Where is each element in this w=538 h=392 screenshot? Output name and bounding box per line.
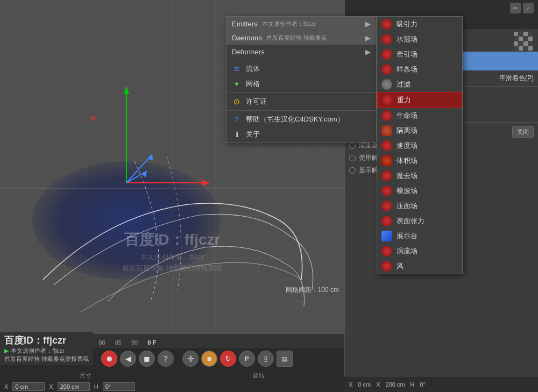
sub-menu-life[interactable]: 生命场	[377, 108, 462, 123]
sub-menu-daemons[interactable]: 吸引力 水冠场 牵引场 样条场 过滤 重力 生命场	[377, 16, 463, 274]
add-keyframe-btn[interactable]: ✛	[182, 351, 199, 367]
x-pos-input[interactable]	[12, 382, 45, 391]
rp-edit-btn[interactable]: ✏	[510, 3, 521, 13]
parking-btn[interactable]: P	[239, 351, 255, 367]
sub-menu-spline[interactable]: 样条场	[377, 62, 462, 77]
about-label: 关于	[246, 130, 260, 139]
current-frame: 0 F	[147, 339, 156, 346]
coord-bar: X 0 cm X 200 cm H 0°	[344, 376, 538, 392]
timeline: 50 55 60 65 70 75 80 85 90 0 F 百度ID：ffjc…	[0, 333, 344, 392]
coord-inputs-row: X X H	[0, 381, 344, 392]
noise-label: 噪波场	[397, 186, 417, 196]
menu-item-deformers[interactable]: Deformers ▶	[226, 45, 376, 59]
coord-x-value: 0 cm	[358, 381, 371, 388]
menu-separator-2	[226, 92, 376, 93]
wind-icon	[381, 261, 392, 272]
timeline-buttons: 百度ID：ffjczr ▶ 本文原创作者：ffjczr 首发百度经验 转载要点赞…	[0, 347, 344, 370]
sub-menu-volume[interactable]: 体积场	[377, 153, 462, 168]
emitters-arrow: ▶	[365, 20, 371, 28]
fluid-label: 流体	[246, 64, 260, 74]
sub-menu-wind[interactable]: 风	[377, 259, 462, 274]
attract-label: 吸引力	[397, 19, 417, 29]
drag-icon	[381, 49, 392, 60]
sub-menu-attract[interactable]: 吸引力	[377, 17, 462, 32]
menu-item-help[interactable]: ? 帮助（书生汉化C4DSKY.com）	[226, 112, 376, 127]
h-rot-input[interactable]	[103, 382, 135, 391]
tick-60: 60	[34, 339, 40, 346]
x-label-2: X	[49, 383, 53, 390]
rp-check-btn[interactable]: ✓	[523, 3, 534, 13]
menu-item-fluid[interactable]: ≋ 流体	[226, 61, 376, 76]
daemons-arrow: ▶	[365, 34, 371, 42]
x-size-input[interactable]	[58, 382, 90, 391]
renderer-visible-radio[interactable]	[349, 142, 356, 149]
menu-item-mesh[interactable]: ✦ 网格	[226, 76, 376, 91]
sub-menu-gravity[interactable]: 重力	[377, 92, 462, 108]
sub-menu-noise[interactable]: 噪波场	[377, 183, 462, 198]
checkerboard	[514, 32, 533, 51]
menu-separator-3	[226, 110, 376, 111]
sub-menu-surface-tension[interactable]: 表面张力	[377, 213, 462, 229]
sub-menu-display[interactable]: 展示台	[377, 229, 462, 244]
display-icon	[381, 231, 392, 241]
press-icon	[381, 201, 392, 211]
gravity-label: 重力	[397, 95, 411, 105]
deformers-arrow: ▶	[365, 48, 371, 56]
dots-btn[interactable]: ⣿	[258, 351, 274, 367]
wm-author-line: 本文原创作者：ffjczr	[11, 347, 65, 355]
main-menu[interactable]: Emitters 本文原创作者：ffjczr ▶ Daemons 首发百度经验 …	[226, 16, 377, 142]
wm-first-publish: 首发百度经验 转载要点赞投票哦	[4, 355, 89, 363]
display-radio[interactable]	[349, 167, 356, 174]
sub-menu-press[interactable]: 压面场	[377, 198, 462, 213]
editor-visible-btn[interactable]: 关闭	[512, 126, 534, 138]
sub-menu-vortex[interactable]: 涡流场	[377, 244, 462, 259]
menu-item-about[interactable]: ℹ 关于	[226, 127, 376, 142]
use-label: 使用解	[359, 153, 378, 162]
water-crown-label: 水冠场	[397, 34, 417, 44]
use-radio[interactable]	[349, 155, 356, 161]
x-label-1: X	[4, 383, 8, 390]
emitters-label: Emitters	[232, 20, 258, 28]
tick-50: 50	[5, 339, 12, 346]
menu-item-emitters[interactable]: Emitters 本文原创作者：ffjczr ▶	[226, 17, 376, 31]
sub-menu-water-crown[interactable]: 水冠场	[377, 32, 462, 47]
water-crown-icon	[381, 34, 392, 45]
sub-menu-speed[interactable]: 速度场	[377, 138, 462, 153]
svg-line-3	[126, 156, 151, 183]
speed-icon	[381, 140, 392, 151]
help-label: 帮助（书生汉化C4DSKY.com）	[246, 115, 344, 124]
gravity-icon	[382, 95, 393, 105]
magic-label: 魔去场	[397, 171, 417, 181]
life-icon	[381, 110, 392, 121]
menu-item-daemons[interactable]: Daemons 首发百度经验 转载要点 ▶	[226, 31, 376, 45]
noise-icon	[381, 186, 392, 196]
display-label: 展示台	[397, 231, 417, 241]
license-label: 许可证	[246, 97, 267, 106]
magic-icon	[381, 170, 392, 181]
object-btn[interactable]: ■	[201, 351, 217, 367]
volume-label: 体积场	[397, 156, 417, 166]
svg-marker-6	[202, 180, 210, 186]
tick-85: 85	[115, 339, 122, 346]
license-icon: ⊙	[232, 97, 242, 106]
tick-75: 75	[82, 339, 89, 346]
sub-menu-filter[interactable]: 过滤	[377, 77, 462, 92]
sub-menu-drag[interactable]: 牵引场	[377, 47, 462, 62]
press-label: 压面场	[397, 201, 417, 211]
isolate-icon	[381, 125, 392, 136]
play-back-btn[interactable]: ◀	[120, 351, 136, 367]
loop-btn[interactable]: ↻	[220, 351, 236, 367]
about-icon: ℹ	[232, 130, 242, 139]
coord-h-label: H	[410, 381, 415, 388]
sub-menu-magic[interactable]: 魔去场	[377, 168, 462, 183]
sub-menu-isolate[interactable]: 隔离场	[377, 123, 462, 138]
layout-btn[interactable]: ▤	[277, 351, 293, 367]
playback-controls: ⏺ ◀ ◼ ? ✛ ■ ↻ P ⣿ ▤	[101, 351, 293, 367]
play-btn[interactable]: ?	[158, 351, 174, 367]
menu-item-license[interactable]: ⊙ 许可证	[226, 94, 376, 109]
stop-btn[interactable]: ◼	[139, 351, 155, 367]
surface-tension-label: 表面张力	[397, 216, 424, 226]
filter-label: 过滤	[397, 80, 410, 89]
record-btn[interactable]: ⏺	[101, 351, 117, 367]
coord-x2-label: X	[376, 381, 380, 388]
